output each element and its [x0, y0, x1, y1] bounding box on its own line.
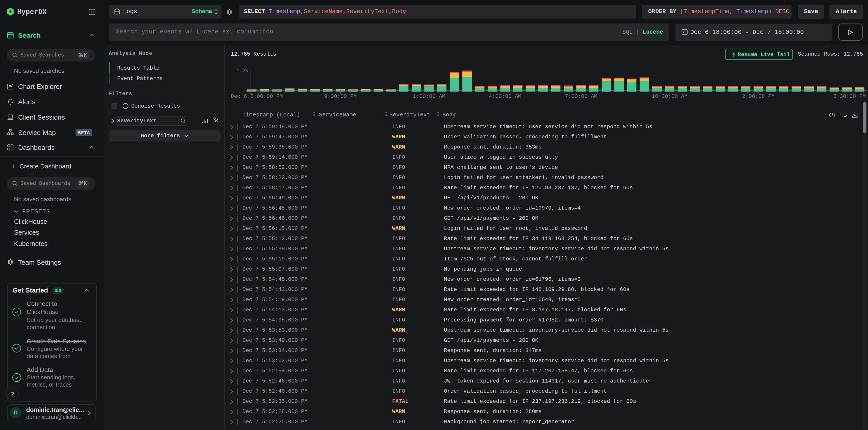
svg-text:9:30:00 PM: 9:30:00 PM [324, 93, 356, 99]
svg-text:5:30:00 PM: 5:30:00 PM [833, 93, 866, 99]
svg-text:1:00:00 AM: 1:00:00 AM [413, 93, 445, 99]
svg-text:1.2K: 1.2K [236, 68, 249, 74]
svg-text:Dec 6 6:00:00 PM: Dec 6 6:00:00 PM [231, 93, 283, 99]
svg-text:4:00:00 AM: 4:00:00 AM [489, 93, 521, 99]
svg-text:2:00:00 PM: 2:00:00 PM [742, 93, 775, 99]
svg-text:7:00:00 AM: 7:00:00 AM [565, 93, 597, 99]
svg-text:0: 0 [245, 88, 248, 94]
svg-text:10:30:00 AM: 10:30:00 AM [652, 93, 687, 99]
